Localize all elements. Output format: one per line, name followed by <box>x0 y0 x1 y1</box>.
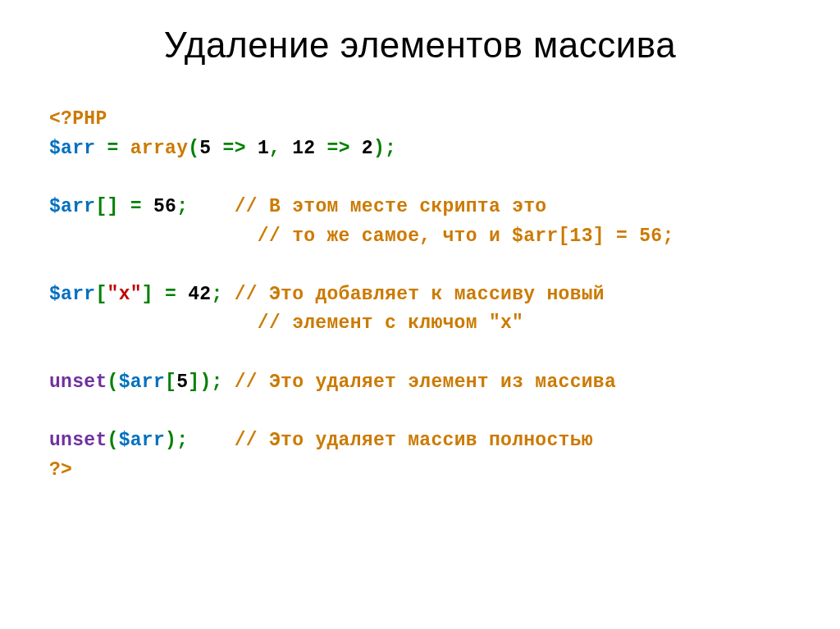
var-arr: $arr <box>49 196 95 217</box>
num-42: 42 <box>188 284 211 305</box>
semicolon: ; <box>385 138 396 159</box>
pad <box>188 196 234 217</box>
lparen: ( <box>107 371 119 393</box>
lbracket: [ <box>95 284 107 305</box>
rbracket: ] <box>142 284 153 305</box>
lparen: ( <box>188 138 199 159</box>
rparen: ) <box>199 371 211 393</box>
op-arrow: => <box>315 138 361 159</box>
var-arr: $arr <box>49 138 95 159</box>
op-arrow: => <box>211 138 257 159</box>
pad <box>188 430 234 451</box>
num-5: 5 <box>199 138 211 159</box>
func-array: array <box>130 138 189 159</box>
num-12: 12 <box>292 138 315 159</box>
rbracket: ] <box>188 371 199 393</box>
php-close-tag: ?> <box>49 459 72 481</box>
comment: // Это добавляет к массиву новый <box>223 284 605 305</box>
var-arr: $arr <box>119 430 165 451</box>
func-unset: unset <box>49 430 107 451</box>
semicolon: ; <box>176 196 188 217</box>
rparen: ) <box>165 430 176 451</box>
brackets: [] <box>95 196 118 217</box>
semicolon: ; <box>211 284 222 305</box>
comment: // Это удаляет массив полностью <box>235 430 593 451</box>
num-5: 5 <box>176 371 188 393</box>
comma: , <box>269 138 292 159</box>
str-x: "x" <box>107 284 142 305</box>
func-unset: unset <box>49 371 107 393</box>
num-56: 56 <box>153 196 176 217</box>
comment: // Это удаляет элемент из массива <box>223 371 616 393</box>
comment: // элемент с ключом "x" <box>258 312 523 334</box>
rparen: ) <box>373 138 385 159</box>
op-eq: = <box>95 138 130 159</box>
num-1: 1 <box>258 138 269 159</box>
slide-title: Удаление элементов массива <box>49 25 791 66</box>
op-eq: = <box>153 284 188 305</box>
comment: // то же самое, что и $arr[13] = 56; <box>258 226 674 247</box>
semicolon: ; <box>211 371 222 393</box>
semicolon: ; <box>176 430 188 451</box>
num-2: 2 <box>362 138 373 159</box>
lbracket: [ <box>165 371 176 393</box>
comment: // В этом месте скрипта это <box>235 196 547 217</box>
var-arr: $arr <box>119 371 165 393</box>
php-open-tag: <?PHP <box>49 108 107 130</box>
var-arr: $arr <box>49 284 95 305</box>
code-block: <?PHP $arr = array(5 => 1, 12 => 2); $ar… <box>49 105 791 485</box>
op-eq: = <box>119 196 153 217</box>
lparen: ( <box>107 430 119 451</box>
